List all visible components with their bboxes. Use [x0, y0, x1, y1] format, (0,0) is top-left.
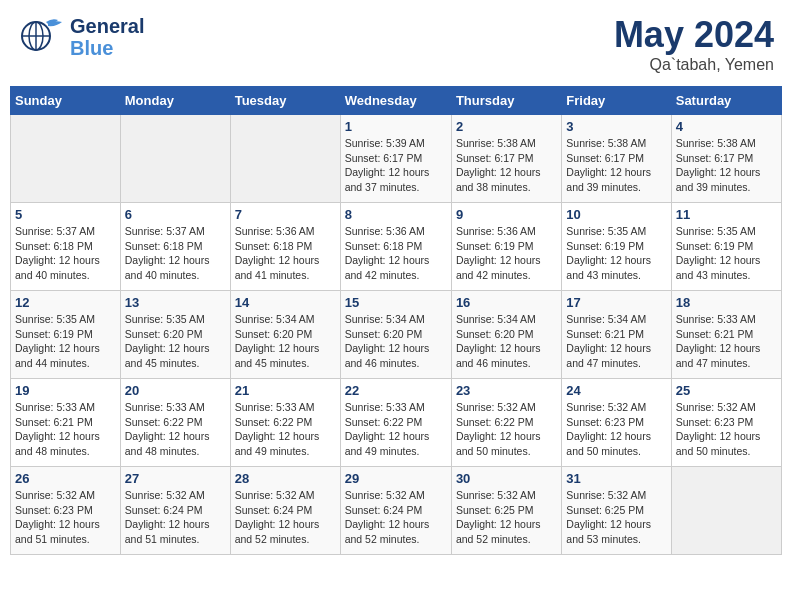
calendar-cell: 5Sunrise: 5:37 AMSunset: 6:18 PMDaylight…: [11, 203, 121, 291]
weekday-header-row: SundayMondayTuesdayWednesdayThursdayFrid…: [11, 87, 782, 115]
calendar-cell: 13Sunrise: 5:35 AMSunset: 6:20 PMDayligh…: [120, 291, 230, 379]
day-info: Sunrise: 5:36 AMSunset: 6:18 PMDaylight:…: [235, 224, 336, 283]
day-info: Sunrise: 5:37 AMSunset: 6:18 PMDaylight:…: [125, 224, 226, 283]
calendar-cell: 11Sunrise: 5:35 AMSunset: 6:19 PMDayligh…: [671, 203, 781, 291]
day-number: 31: [566, 471, 666, 486]
day-info: Sunrise: 5:39 AMSunset: 6:17 PMDaylight:…: [345, 136, 447, 195]
day-number: 14: [235, 295, 336, 310]
calendar-cell: 27Sunrise: 5:32 AMSunset: 6:24 PMDayligh…: [120, 467, 230, 555]
day-number: 22: [345, 383, 447, 398]
calendar-cell: 1Sunrise: 5:39 AMSunset: 6:17 PMDaylight…: [340, 115, 451, 203]
day-info: Sunrise: 5:32 AMSunset: 6:24 PMDaylight:…: [345, 488, 447, 547]
day-number: 11: [676, 207, 777, 222]
calendar-cell: 23Sunrise: 5:32 AMSunset: 6:22 PMDayligh…: [451, 379, 561, 467]
calendar-cell: 25Sunrise: 5:32 AMSunset: 6:23 PMDayligh…: [671, 379, 781, 467]
calendar-cell: 9Sunrise: 5:36 AMSunset: 6:19 PMDaylight…: [451, 203, 561, 291]
day-number: 25: [676, 383, 777, 398]
day-info: Sunrise: 5:33 AMSunset: 6:22 PMDaylight:…: [345, 400, 447, 459]
weekday-header-friday: Friday: [562, 87, 671, 115]
calendar-week-1: 1Sunrise: 5:39 AMSunset: 6:17 PMDaylight…: [11, 115, 782, 203]
calendar-cell: 8Sunrise: 5:36 AMSunset: 6:18 PMDaylight…: [340, 203, 451, 291]
calendar-week-5: 26Sunrise: 5:32 AMSunset: 6:23 PMDayligh…: [11, 467, 782, 555]
day-number: 12: [15, 295, 116, 310]
weekday-header-sunday: Sunday: [11, 87, 121, 115]
day-info: Sunrise: 5:32 AMSunset: 6:23 PMDaylight:…: [676, 400, 777, 459]
logo: General Blue: [18, 14, 144, 60]
day-number: 23: [456, 383, 557, 398]
calendar-cell: 14Sunrise: 5:34 AMSunset: 6:20 PMDayligh…: [230, 291, 340, 379]
calendar-cell: 15Sunrise: 5:34 AMSunset: 6:20 PMDayligh…: [340, 291, 451, 379]
day-info: Sunrise: 5:36 AMSunset: 6:19 PMDaylight:…: [456, 224, 557, 283]
day-number: 7: [235, 207, 336, 222]
weekday-header-saturday: Saturday: [671, 87, 781, 115]
day-info: Sunrise: 5:38 AMSunset: 6:17 PMDaylight:…: [456, 136, 557, 195]
day-info: Sunrise: 5:32 AMSunset: 6:24 PMDaylight:…: [125, 488, 226, 547]
calendar-week-4: 19Sunrise: 5:33 AMSunset: 6:21 PMDayligh…: [11, 379, 782, 467]
weekday-header-wednesday: Wednesday: [340, 87, 451, 115]
calendar-cell: 10Sunrise: 5:35 AMSunset: 6:19 PMDayligh…: [562, 203, 671, 291]
calendar-week-3: 12Sunrise: 5:35 AMSunset: 6:19 PMDayligh…: [11, 291, 782, 379]
day-info: Sunrise: 5:32 AMSunset: 6:23 PMDaylight:…: [566, 400, 666, 459]
weekday-header-tuesday: Tuesday: [230, 87, 340, 115]
day-number: 13: [125, 295, 226, 310]
location: Qa`tabah, Yemen: [614, 56, 774, 74]
day-info: Sunrise: 5:33 AMSunset: 6:22 PMDaylight:…: [125, 400, 226, 459]
calendar-cell: 6Sunrise: 5:37 AMSunset: 6:18 PMDaylight…: [120, 203, 230, 291]
day-number: 15: [345, 295, 447, 310]
calendar-cell: 3Sunrise: 5:38 AMSunset: 6:17 PMDaylight…: [562, 115, 671, 203]
calendar-cell: 18Sunrise: 5:33 AMSunset: 6:21 PMDayligh…: [671, 291, 781, 379]
day-number: 28: [235, 471, 336, 486]
day-number: 20: [125, 383, 226, 398]
day-info: Sunrise: 5:34 AMSunset: 6:20 PMDaylight:…: [456, 312, 557, 371]
calendar-cell: 16Sunrise: 5:34 AMSunset: 6:20 PMDayligh…: [451, 291, 561, 379]
calendar-cell: 19Sunrise: 5:33 AMSunset: 6:21 PMDayligh…: [11, 379, 121, 467]
day-info: Sunrise: 5:32 AMSunset: 6:23 PMDaylight:…: [15, 488, 116, 547]
day-number: 24: [566, 383, 666, 398]
weekday-header-monday: Monday: [120, 87, 230, 115]
calendar-cell: [671, 467, 781, 555]
day-number: 16: [456, 295, 557, 310]
day-info: Sunrise: 5:35 AMSunset: 6:19 PMDaylight:…: [566, 224, 666, 283]
day-info: Sunrise: 5:38 AMSunset: 6:17 PMDaylight:…: [566, 136, 666, 195]
calendar-cell: 31Sunrise: 5:32 AMSunset: 6:25 PMDayligh…: [562, 467, 671, 555]
calendar-cell: 20Sunrise: 5:33 AMSunset: 6:22 PMDayligh…: [120, 379, 230, 467]
page-header: General Blue May 2024 Qa`tabah, Yemen: [10, 10, 782, 78]
day-info: Sunrise: 5:32 AMSunset: 6:25 PMDaylight:…: [456, 488, 557, 547]
day-info: Sunrise: 5:32 AMSunset: 6:24 PMDaylight:…: [235, 488, 336, 547]
day-info: Sunrise: 5:36 AMSunset: 6:18 PMDaylight:…: [345, 224, 447, 283]
day-number: 21: [235, 383, 336, 398]
calendar-cell: 4Sunrise: 5:38 AMSunset: 6:17 PMDaylight…: [671, 115, 781, 203]
calendar-cell: [230, 115, 340, 203]
day-info: Sunrise: 5:33 AMSunset: 6:21 PMDaylight:…: [15, 400, 116, 459]
calendar-cell: 2Sunrise: 5:38 AMSunset: 6:17 PMDaylight…: [451, 115, 561, 203]
month-year: May 2024: [614, 14, 774, 56]
day-info: Sunrise: 5:33 AMSunset: 6:22 PMDaylight:…: [235, 400, 336, 459]
calendar-table: SundayMondayTuesdayWednesdayThursdayFrid…: [10, 86, 782, 555]
weekday-header-thursday: Thursday: [451, 87, 561, 115]
day-info: Sunrise: 5:33 AMSunset: 6:21 PMDaylight:…: [676, 312, 777, 371]
day-info: Sunrise: 5:34 AMSunset: 6:20 PMDaylight:…: [235, 312, 336, 371]
day-info: Sunrise: 5:32 AMSunset: 6:25 PMDaylight:…: [566, 488, 666, 547]
day-number: 19: [15, 383, 116, 398]
calendar-cell: 26Sunrise: 5:32 AMSunset: 6:23 PMDayligh…: [11, 467, 121, 555]
month-title: May 2024 Qa`tabah, Yemen: [614, 14, 774, 74]
calendar-cell: 24Sunrise: 5:32 AMSunset: 6:23 PMDayligh…: [562, 379, 671, 467]
calendar-week-2: 5Sunrise: 5:37 AMSunset: 6:18 PMDaylight…: [11, 203, 782, 291]
calendar-cell: 12Sunrise: 5:35 AMSunset: 6:19 PMDayligh…: [11, 291, 121, 379]
day-number: 6: [125, 207, 226, 222]
day-info: Sunrise: 5:35 AMSunset: 6:20 PMDaylight:…: [125, 312, 226, 371]
day-number: 3: [566, 119, 666, 134]
day-number: 26: [15, 471, 116, 486]
calendar-cell: 29Sunrise: 5:32 AMSunset: 6:24 PMDayligh…: [340, 467, 451, 555]
day-info: Sunrise: 5:35 AMSunset: 6:19 PMDaylight:…: [15, 312, 116, 371]
logo-blue: Blue: [70, 37, 144, 59]
calendar-cell: [120, 115, 230, 203]
logo-general: General: [70, 15, 144, 37]
day-number: 29: [345, 471, 447, 486]
day-number: 18: [676, 295, 777, 310]
day-number: 27: [125, 471, 226, 486]
day-info: Sunrise: 5:32 AMSunset: 6:22 PMDaylight:…: [456, 400, 557, 459]
calendar-cell: 7Sunrise: 5:36 AMSunset: 6:18 PMDaylight…: [230, 203, 340, 291]
calendar-cell: 30Sunrise: 5:32 AMSunset: 6:25 PMDayligh…: [451, 467, 561, 555]
day-number: 10: [566, 207, 666, 222]
